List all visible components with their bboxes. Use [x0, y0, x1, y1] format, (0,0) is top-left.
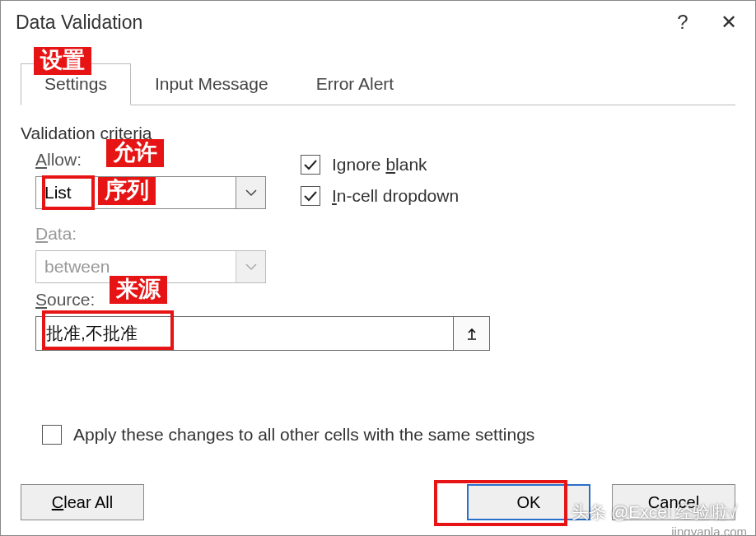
watermark-line2: jingyanla.com [671, 524, 747, 536]
allow-dropdown-button[interactable] [236, 177, 265, 208]
allow-combo[interactable]: List [35, 176, 266, 209]
incell-dropdown-row: In-cell dropdown [301, 186, 459, 206]
apply-all-row: Apply these changes to all other cells w… [42, 425, 735, 445]
data-value: between [36, 251, 236, 282]
data-validation-dialog: Data Validation ? ✕ Settings Input Messa… [0, 0, 756, 536]
ignore-blank-label: Ignore blank [332, 155, 427, 175]
chevron-down-icon [245, 263, 257, 271]
range-picker-icon [465, 327, 478, 340]
tab-input-message[interactable]: Input Message [131, 63, 292, 105]
close-button[interactable]: ✕ [706, 11, 752, 34]
titlebar: Data Validation ? ✕ [1, 1, 755, 44]
source-input-wrapper: 批准,不批准 [35, 316, 490, 351]
ok-button[interactable]: OK [467, 484, 590, 520]
data-combo: between [35, 250, 266, 283]
tab-settings[interactable]: Settings [21, 63, 131, 105]
apply-all-checkbox[interactable] [42, 425, 62, 445]
help-button[interactable]: ? [660, 11, 706, 34]
incell-dropdown-label: In-cell dropdown [332, 186, 459, 206]
tab-strip: Settings Input Message Error Alert [21, 63, 735, 105]
dialog-content: Settings Input Message Error Alert Valid… [1, 63, 755, 445]
data-dropdown-button [236, 251, 265, 282]
button-bar: Clear All OK Cancel [21, 484, 735, 520]
source-input[interactable]: 批准,不批准 [36, 317, 453, 350]
source-label: Source: [35, 290, 735, 310]
ignore-blank-checkbox[interactable] [301, 155, 320, 175]
dialog-title: Data Validation [16, 12, 660, 34]
tab-error-alert[interactable]: Error Alert [292, 63, 418, 105]
incell-dropdown-checkbox[interactable] [301, 186, 320, 206]
data-label: Data: [35, 224, 735, 244]
cancel-button[interactable]: Cancel [612, 484, 735, 520]
range-picker-button[interactable] [453, 317, 489, 350]
validation-criteria-label: Validation criteria [21, 124, 735, 143]
chevron-down-icon [245, 189, 257, 197]
allow-value: List [36, 177, 236, 208]
apply-all-label: Apply these changes to all other cells w… [73, 425, 534, 445]
check-icon [303, 190, 318, 202]
clear-all-button[interactable]: Clear All [21, 484, 144, 520]
allow-label: Allow: [35, 150, 301, 170]
check-icon [303, 159, 318, 170]
ignore-blank-row: Ignore blank [301, 155, 459, 175]
